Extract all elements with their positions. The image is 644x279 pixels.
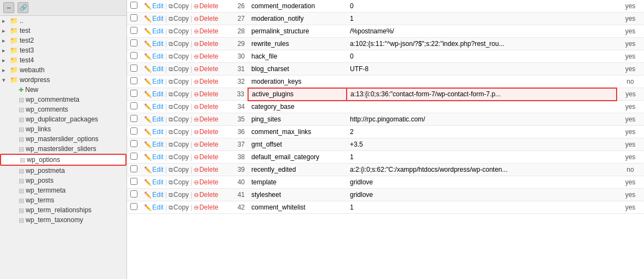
row-checkbox[interactable]	[130, 65, 137, 72]
delete-button[interactable]: ⊖ Delete	[194, 78, 219, 85]
copy-button[interactable]: ⧉ Copy	[169, 2, 189, 10]
row-number: 27	[228, 13, 248, 25]
sidebar-item-test2[interactable]: ▸📁test2	[0, 36, 127, 45]
autoload-cell: yes	[617, 38, 644, 50]
copy-button[interactable]: ⧉ Copy	[169, 15, 189, 22]
edit-button[interactable]: ✏️ Edit	[144, 53, 164, 60]
delete-icon: ⊖	[194, 166, 199, 173]
delete-button[interactable]: ⊖ Delete	[194, 40, 219, 48]
copy-button[interactable]: ⧉ Copy	[169, 153, 189, 161]
sidebar-item-test4[interactable]: ▸📁test4	[0, 55, 127, 65]
copy-button[interactable]: ⧉ Copy	[169, 78, 189, 85]
sidebar-item-wp_posts[interactable]: ▤wp_posts	[0, 176, 127, 185]
sidebar-item-wp_comments[interactable]: ▤wp_comments	[0, 104, 127, 114]
edit-button[interactable]: ✏️ Edit	[144, 191, 164, 199]
delete-button[interactable]: ⊖ Delete	[194, 15, 219, 22]
row-checkbox[interactable]	[130, 2, 137, 9]
row-checkbox[interactable]	[130, 190, 137, 197]
copy-button[interactable]: ⧉ Copy	[169, 178, 189, 186]
copy-icon: ⧉	[169, 166, 173, 173]
delete-button[interactable]: ⊖ Delete	[194, 204, 219, 211]
copy-button[interactable]: ⧉ Copy	[169, 166, 189, 173]
delete-button[interactable]: ⊖ Delete	[194, 191, 219, 199]
edit-button[interactable]: ✏️ Edit	[144, 2, 164, 10]
edit-button[interactable]: ✏️ Edit	[144, 15, 164, 22]
option-name-cell: category_base	[248, 101, 347, 113]
edit-button[interactable]: ✏️ Edit	[144, 166, 164, 173]
copy-button[interactable]: ⧉ Copy	[169, 204, 189, 211]
delete-button[interactable]: ⊖ Delete	[194, 178, 219, 186]
row-checkbox[interactable]	[130, 153, 137, 160]
edit-button[interactable]: ✏️ Edit	[144, 178, 164, 186]
delete-button[interactable]: ⊖ Delete	[194, 2, 219, 10]
delete-button[interactable]: ⊖ Delete	[194, 153, 219, 161]
edit-button[interactable]: ✏️ Edit	[144, 141, 164, 148]
sidebar-item-dotdot[interactable]: ▸📁..	[0, 16, 127, 26]
delete-button[interactable]: ⊖ Delete	[194, 90, 219, 98]
edit-button[interactable]: ✏️ Edit	[144, 204, 164, 211]
edit-button[interactable]: ✏️ Edit	[144, 27, 164, 35]
row-checkbox[interactable]	[130, 127, 137, 135]
edit-button[interactable]: ✏️ Edit	[144, 128, 164, 136]
delete-button[interactable]: ⊖ Delete	[194, 141, 219, 148]
sidebar-item-wp_commentmeta[interactable]: ▤wp_commentmeta	[0, 95, 127, 104]
row-checkbox[interactable]	[130, 52, 137, 59]
delete-button[interactable]: ⊖ Delete	[194, 53, 219, 60]
sidebar-item-wp_postmeta[interactable]: ▤wp_postmeta	[0, 166, 127, 176]
table-icon: ▤	[19, 217, 24, 224]
copy-button[interactable]: ⧉ Copy	[169, 90, 189, 98]
copy-button[interactable]: ⧉ Copy	[169, 27, 189, 35]
copy-button[interactable]: ⧉ Copy	[169, 191, 189, 199]
sidebar-item-wp_masterslider_sliders[interactable]: ▤wp_masterslider_sliders	[0, 144, 127, 154]
edit-button[interactable]: ✏️ Edit	[144, 78, 164, 85]
sidebar-item-wp_duplicator_packages[interactable]: ▤wp_duplicator_packages	[0, 114, 127, 124]
sidebar-link-btn[interactable]: 🔗	[18, 2, 28, 13]
copy-button[interactable]: ⧉ Copy	[169, 40, 189, 48]
sidebar-item-wp_masterslider_options[interactable]: ▤wp_masterslider_options	[0, 134, 127, 144]
sidebar-item-wordpress[interactable]: ▾📁wordpress	[0, 75, 127, 85]
row-checkbox[interactable]	[130, 203, 137, 210]
delete-button[interactable]: ⊖ Delete	[194, 128, 219, 136]
sidebar-item-wp_links[interactable]: ▤wp_links	[0, 124, 127, 134]
sidebar-item-wp_termmeta[interactable]: ▤wp_termmeta	[0, 185, 127, 195]
sidebar-item-webauth[interactable]: ▸📁webauth	[0, 65, 127, 75]
row-checkbox[interactable]	[130, 178, 137, 185]
row-checkbox[interactable]	[130, 140, 137, 147]
delete-button[interactable]: ⊖ Delete	[194, 27, 219, 35]
sidebar-item-wp_term_relationships[interactable]: ▤wp_term_relationships	[0, 205, 127, 215]
edit-button[interactable]: ✏️ Edit	[144, 90, 164, 98]
copy-button[interactable]: ⧉ Copy	[169, 115, 189, 123]
edit-button[interactable]: ✏️ Edit	[144, 103, 164, 111]
sidebar-item-test3[interactable]: ▸📁test3	[0, 45, 127, 55]
sidebar-item-test[interactable]: ▸📁test	[0, 26, 127, 36]
copy-button[interactable]: ⧉ Copy	[169, 128, 189, 136]
copy-button[interactable]: ⧉ Copy	[169, 65, 189, 73]
sidebar-item-new[interactable]: ✚New	[0, 85, 127, 95]
row-checkbox[interactable]	[130, 14, 137, 21]
row-checkbox[interactable]	[130, 90, 137, 97]
sidebar-item-wp_terms[interactable]: ▤wp_terms	[0, 195, 127, 205]
copy-button[interactable]: ⧉ Copy	[169, 103, 189, 111]
delete-button[interactable]: ⊖ Delete	[194, 103, 219, 111]
sidebar-label: test2	[20, 37, 34, 44]
copy-button[interactable]: ⧉ Copy	[169, 53, 189, 60]
copy-button[interactable]: ⧉ Copy	[169, 141, 189, 148]
autoload-cell: yes	[617, 63, 644, 75]
delete-button[interactable]: ⊖ Delete	[194, 65, 219, 73]
row-checkbox[interactable]	[130, 39, 137, 47]
row-checkbox[interactable]	[130, 27, 137, 34]
row-checkbox[interactable]	[130, 165, 137, 172]
edit-button[interactable]: ✏️ Edit	[144, 153, 164, 161]
edit-button[interactable]: ✏️ Edit	[144, 40, 164, 48]
edit-button[interactable]: ✏️ Edit	[144, 115, 164, 123]
sidebar-item-wp_options[interactable]: ▤wp_options	[0, 154, 127, 166]
edit-button[interactable]: ✏️ Edit	[144, 65, 164, 73]
sidebar-item-wp_term_taxonomy[interactable]: ▤wp_term_taxonomy	[0, 215, 127, 225]
row-checkbox[interactable]	[130, 102, 137, 109]
row-checkbox[interactable]	[130, 77, 137, 84]
sidebar-collapse-btn[interactable]: ─	[3, 2, 14, 13]
row-actions: ✏️ Edit | ⧉ Copy | ⊖ Delete	[141, 88, 228, 101]
row-checkbox[interactable]	[130, 115, 137, 122]
delete-button[interactable]: ⊖ Delete	[194, 166, 219, 173]
delete-button[interactable]: ⊖ Delete	[194, 115, 219, 123]
